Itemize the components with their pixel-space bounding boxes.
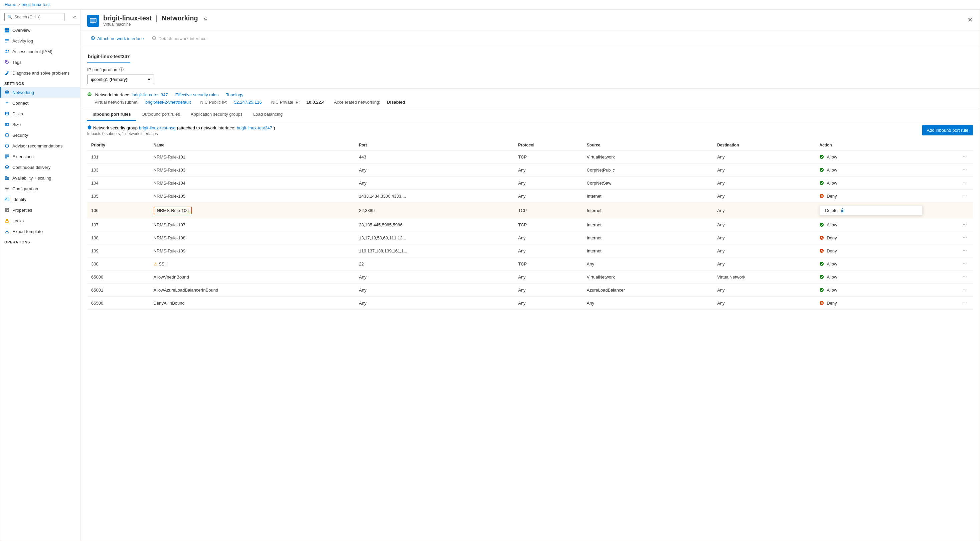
ellipsis-button[interactable]: ··· (961, 179, 969, 187)
sidebar-item-availability[interactable]: Availability + scaling (0, 172, 80, 183)
cell-priority: 101 (87, 150, 150, 163)
sidebar-item-size[interactable]: Size (0, 119, 80, 130)
vm-title-block: brigit-linux-test | Networking 🖨 Virtual… (103, 14, 207, 27)
search-box[interactable]: 🔍 (4, 13, 64, 21)
tab-load-balancing[interactable]: Load balancing (248, 109, 288, 121)
cell-ellipsis[interactable]: ··· (927, 218, 973, 231)
cell-ellipsis[interactable]: ··· (927, 190, 973, 203)
ellipsis-button[interactable]: ··· (961, 153, 969, 161)
ellipsis-button[interactable]: ··· (961, 166, 969, 174)
ip-config-dropdown[interactable]: ipconfig1 (Primary) ▾ (87, 75, 154, 84)
sidebar-item-disks[interactable]: Disks (0, 109, 80, 119)
cell-ellipsis[interactable]: ··· (927, 297, 973, 310)
sidebar-item-activity-log[interactable]: Activity log (0, 35, 80, 46)
cell-ellipsis[interactable]: ··· (927, 257, 973, 270)
sidebar-item-access-control[interactable]: Access control (IAM) (0, 46, 80, 57)
cell-source: Internet (583, 203, 713, 218)
breadcrumb-current[interactable]: brigit-linux-test (21, 2, 50, 7)
nsg-nic-link[interactable]: brigit-linux-test347 (237, 125, 272, 131)
topology-link[interactable]: Topology (226, 92, 243, 97)
sidebar-item-continuous-delivery[interactable]: Continuous delivery (0, 162, 80, 172)
action-allow: Allow (819, 168, 922, 172)
ellipsis-button[interactable]: ··· (961, 299, 969, 306)
nsg-middle: (attached to network interface: (177, 125, 235, 131)
effective-security-rules-link[interactable]: Effective security rules (175, 92, 219, 97)
tab-app-security[interactable]: Application security groups (185, 109, 248, 121)
cell-action: Allow (815, 163, 926, 177)
properties-icon (4, 207, 10, 213)
cell-port: 1433,1434,3306,4333,... (355, 190, 514, 203)
cell-ellipsis[interactable]: ··· (927, 150, 973, 163)
cell-source: VirtualNetwork (583, 270, 713, 284)
ellipsis-button[interactable]: ··· (961, 234, 969, 241)
grid-icon (4, 27, 10, 33)
cell-ellipsis[interactable]: ··· (927, 163, 973, 177)
close-button[interactable]: ✕ (967, 16, 973, 24)
cell-protocol: Any (514, 297, 582, 310)
ip-config-label: IP configuration ⓘ (87, 67, 973, 73)
cell-port: Any (355, 163, 514, 177)
ellipsis-button[interactable]: ··· (961, 192, 969, 199)
cell-ellipsis[interactable]: ··· (927, 284, 973, 297)
sidebar-item-properties[interactable]: Properties (0, 204, 80, 215)
svg-point-7 (6, 50, 7, 51)
table-row: 107NRMS-Rule-10723,135,445,5985,5986TCPI… (87, 218, 973, 231)
cell-ellipsis[interactable]: ··· (927, 177, 973, 190)
cell-port: 443 (355, 150, 514, 163)
ellipsis-button[interactable]: ··· (961, 260, 969, 268)
sidebar-item-extensions[interactable]: Extensions (0, 151, 80, 162)
cell-name: NRMS-Rule-105 (150, 190, 355, 203)
ellipsis-button[interactable]: ··· (961, 247, 969, 254)
cell-ellipsis[interactable]: ··· (927, 270, 973, 284)
sidebar-item-identity[interactable]: Identity (0, 194, 80, 204)
search-input[interactable] (14, 15, 62, 19)
sidebar-item-tags[interactable]: Tags (0, 57, 80, 67)
sidebar-item-export-template[interactable]: Export template (0, 226, 80, 237)
sidebar-item-label: Availability + scaling (12, 176, 76, 180)
add-inbound-rule-button[interactable]: Add inbound port rule (922, 125, 973, 136)
cell-protocol: Any (514, 231, 582, 244)
sidebar-item-locks[interactable]: Locks (0, 215, 80, 226)
nsg-line: Network security group brigit-linux-test… (87, 125, 275, 131)
attach-interface-button[interactable]: Attach network interface (87, 34, 147, 43)
cell-action: Allow (815, 257, 926, 270)
nic-name-link[interactable]: brigit-linux-test347 (133, 92, 168, 97)
ellipsis-button[interactable]: ··· (961, 286, 969, 294)
sidebar-item-diagnose[interactable]: Diagnose and solve problems (0, 67, 80, 78)
sidebar-item-security[interactable]: Security (0, 130, 80, 140)
collapse-sidebar-button[interactable]: « (73, 14, 76, 20)
sidebar-item-advisor[interactable]: Advisor recommendations (0, 140, 80, 151)
nic-name[interactable]: brigit-linux-test347 (87, 51, 130, 62)
cell-protocol: TCP (514, 203, 582, 218)
table-row: 105NRMS-Rule-1051433,1434,3306,4333,...A… (87, 190, 973, 203)
breadcrumb-separator: > (18, 2, 21, 7)
shield-icon-sm (87, 125, 92, 131)
public-ip-link[interactable]: 52.247.25.116 (234, 100, 262, 105)
sidebar-item-overview[interactable]: Overview (0, 25, 80, 35)
cell-port: 22,3389 (355, 203, 514, 218)
attach-icon (91, 36, 95, 41)
svg-point-9 (6, 61, 7, 62)
svg-rect-3 (7, 30, 10, 32)
print-icon[interactable]: 🖨 (203, 16, 207, 21)
ellipsis-button[interactable]: ··· (961, 273, 969, 281)
cell-source: Internet (583, 190, 713, 203)
cell-action: Allow (815, 150, 926, 163)
sidebar-item-configuration[interactable]: Configuration (0, 183, 80, 194)
cell-ellipsis[interactable]: ··· (927, 244, 973, 257)
sidebar-item-label: Access control (IAM) (12, 49, 76, 54)
config-icon (4, 186, 10, 191)
detach-interface-button[interactable]: Detach network interface (148, 34, 210, 43)
breadcrumb-home[interactable]: Home (5, 2, 16, 7)
svg-point-49 (820, 288, 824, 292)
sidebar-item-networking[interactable]: Networking (0, 87, 80, 97)
nsg-name-link[interactable]: brigit-linux-test-nsg (139, 125, 176, 131)
vnet-link[interactable]: brigit-test-2-vnet/default (145, 100, 191, 105)
sidebar-item-connect[interactable]: Connect (0, 97, 80, 109)
cell-ellipsis[interactable]: ··· (927, 231, 973, 244)
ellipsis-button[interactable]: ··· (961, 221, 969, 228)
tab-inbound[interactable]: Inbound port rules (87, 109, 136, 121)
cell-ellipsis[interactable] (927, 203, 973, 218)
tab-outbound[interactable]: Outbound port rules (136, 109, 185, 121)
delete-button[interactable]: Delete (825, 208, 838, 213)
